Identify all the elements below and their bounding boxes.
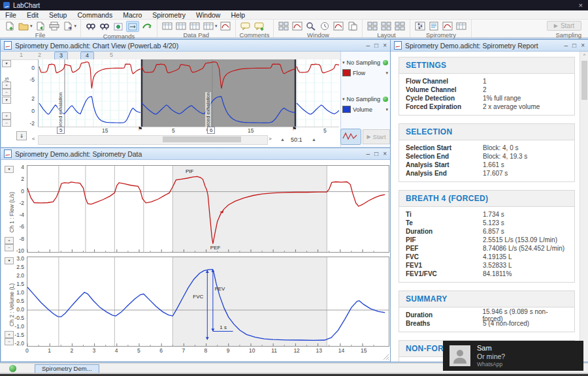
compress-left-icon[interactable]: ▲ bbox=[280, 137, 285, 142]
menu-item-file[interactable]: File bbox=[0, 11, 22, 19]
open-file-icon[interactable] bbox=[18, 21, 29, 31]
scrollbar-thumb[interactable] bbox=[163, 136, 241, 142]
scale-plus-button[interactable]: + bbox=[5, 331, 14, 338]
menu-item-spirometry[interactable]: Spirometry bbox=[147, 11, 191, 19]
data-window-titlebar[interactable]: Spirometry Demo.adicht: Spirometry Data … bbox=[1, 148, 391, 160]
start-sampling-button[interactable]: ▶Start bbox=[547, 21, 581, 31]
minimize-icon[interactable]: – bbox=[564, 42, 568, 49]
scrollbar-thumb[interactable] bbox=[581, 61, 587, 100]
scale-minus-button[interactable]: − bbox=[5, 338, 14, 345]
goto-selection-icon[interactable] bbox=[126, 21, 139, 32]
menu-item-setup[interactable]: Setup bbox=[44, 11, 72, 19]
datapad-select-icon[interactable] bbox=[175, 21, 187, 31]
new-file-icon[interactable] bbox=[4, 21, 16, 31]
menu-item-macro[interactable]: Macro bbox=[118, 11, 147, 19]
save-icon[interactable] bbox=[35, 21, 46, 31]
new-layout-icon[interactable] bbox=[394, 21, 406, 31]
resize-grip[interactable] bbox=[383, 354, 389, 360]
menu-item-commands[interactable]: Commands bbox=[72, 11, 118, 19]
menu-item-edit[interactable]: Edit bbox=[22, 11, 44, 19]
print-icon[interactable] bbox=[48, 21, 60, 31]
macro-icon[interactable] bbox=[141, 22, 153, 31]
chart-scrollbar[interactable] bbox=[38, 135, 268, 145]
sampling-panel-button[interactable] bbox=[340, 129, 361, 145]
clock-window-icon[interactable] bbox=[319, 21, 331, 31]
scale-plus-button[interactable]: + bbox=[2, 82, 11, 89]
plot-canvas[interactable] bbox=[27, 166, 389, 252]
plot-canvas[interactable] bbox=[27, 257, 389, 346]
scale-minus-button[interactable]: − bbox=[2, 89, 11, 96]
picture-window-icon[interactable] bbox=[333, 21, 344, 31]
sampling-status-row[interactable]: ▾No Sampling bbox=[342, 96, 389, 102]
chart-lane[interactable] bbox=[38, 59, 339, 97]
compress-right-icon[interactable]: ▲ bbox=[312, 137, 316, 142]
chevron-down-icon[interactable]: ▾ bbox=[30, 24, 33, 29]
channel-menu-button[interactable]: ▾ bbox=[5, 166, 14, 173]
chevron-down-icon[interactable]: ▾ bbox=[215, 24, 218, 29]
chevron-down-icon[interactable]: ▾ bbox=[74, 24, 77, 29]
spirometry-loop-icon[interactable] bbox=[442, 21, 453, 31]
scale-minus-button[interactable]: − bbox=[5, 244, 14, 251]
maximize-icon[interactable]: □ bbox=[374, 42, 378, 49]
main-close-icon[interactable]: × bbox=[579, 1, 583, 9]
find-icon[interactable] bbox=[85, 22, 97, 31]
minimize-icon[interactable]: – bbox=[367, 151, 370, 157]
report-titlebar[interactable]: Spirometry Demo.adicht: Spirometry Repor… bbox=[391, 40, 588, 52]
chart-view-titlebar[interactable]: Spirometry Demo.adicht: Chart View (Powe… bbox=[1, 40, 391, 52]
spirometry-settings-icon[interactable] bbox=[414, 21, 426, 31]
channel-name-row[interactable]: Volume▾ bbox=[342, 106, 389, 113]
marker-icon[interactable] bbox=[112, 22, 124, 31]
xy-view-icon[interactable] bbox=[291, 21, 303, 31]
scroll-up-icon[interactable]: ^ bbox=[580, 53, 588, 57]
scale-plus-button[interactable]: + bbox=[2, 112, 11, 119]
close-icon[interactable]: × bbox=[383, 151, 387, 157]
ch-2-volume-l--plot[interactable]: FVCFEV1 s bbox=[27, 257, 389, 347]
close-icon[interactable]: × bbox=[581, 42, 585, 49]
minimize-icon[interactable]: – bbox=[367, 42, 370, 49]
channel-menu-button[interactable]: ▾ bbox=[2, 97, 11, 104]
maximize-icon[interactable]: □ bbox=[374, 151, 378, 157]
find-data-icon[interactable] bbox=[99, 22, 110, 31]
block-tab-2[interactable]: 2 bbox=[33, 52, 46, 59]
scale-plus-button[interactable]: + bbox=[5, 237, 14, 244]
report-row: Analysis End17.607 s bbox=[406, 169, 568, 178]
channel-menu-button[interactable]: ▾ bbox=[2, 60, 11, 67]
zoom-window-icon[interactable] bbox=[305, 21, 317, 31]
close-icon[interactable]: × bbox=[383, 42, 387, 49]
chart-lane[interactable] bbox=[38, 96, 339, 127]
menu-item-help[interactable]: Help bbox=[225, 11, 250, 19]
auto-scroll-icon[interactable]: ⇓ bbox=[16, 131, 27, 140]
spirometry-report-icon[interactable] bbox=[428, 21, 440, 31]
mini-chart-icon[interactable] bbox=[220, 21, 231, 31]
spirometry-table-icon[interactable] bbox=[455, 21, 467, 31]
menu-item-window[interactable]: Window bbox=[191, 11, 225, 19]
comment-marker-5[interactable]: 5 bbox=[57, 127, 65, 134]
channel-name-row[interactable]: Flow▾ bbox=[342, 69, 389, 76]
sampling-status-row[interactable]: ▾No Sampling bbox=[342, 59, 389, 66]
datapad-view-icon[interactable] bbox=[161, 21, 173, 31]
maximize-icon[interactable]: □ bbox=[572, 42, 576, 49]
duplicate-window-icon[interactable] bbox=[346, 21, 358, 31]
export-icon[interactable] bbox=[62, 21, 74, 31]
tile-windows-icon[interactable] bbox=[278, 21, 289, 31]
document-tab[interactable]: Spirometry Dem... bbox=[35, 364, 99, 373]
add-comment-icon[interactable] bbox=[253, 21, 265, 31]
datapad-options-icon[interactable] bbox=[203, 21, 214, 31]
channel-menu-button[interactable]: ▾ bbox=[5, 257, 14, 264]
comment-icon[interactable] bbox=[240, 21, 252, 31]
ch-1-flow-l-s--plot[interactable]: PIFPEF bbox=[27, 165, 389, 253]
layout-quad-icon[interactable] bbox=[367, 21, 378, 31]
whatsapp-notification[interactable]: Sam Or mine? WhatsApp bbox=[443, 341, 583, 371]
compression-ratio[interactable]: 50:1 bbox=[291, 136, 302, 143]
block-tab-5[interactable]: 5 bbox=[105, 52, 118, 59]
scroll-right-icon[interactable]: > bbox=[269, 136, 272, 142]
layout-dual-icon[interactable] bbox=[380, 21, 392, 31]
comment-marker-6[interactable]: 6 bbox=[207, 127, 215, 134]
datapad-add-icon[interactable] bbox=[189, 21, 201, 31]
scroll-left-icon[interactable]: < bbox=[32, 136, 35, 142]
start-label: Start bbox=[373, 133, 386, 140]
start-sampling-button[interactable]: ▶ Start bbox=[363, 129, 390, 144]
report-scrollbar[interactable]: ^ bbox=[580, 52, 588, 362]
block-tab-1[interactable]: 1 bbox=[15, 52, 27, 59]
scale-minus-button[interactable]: − bbox=[2, 119, 11, 127]
